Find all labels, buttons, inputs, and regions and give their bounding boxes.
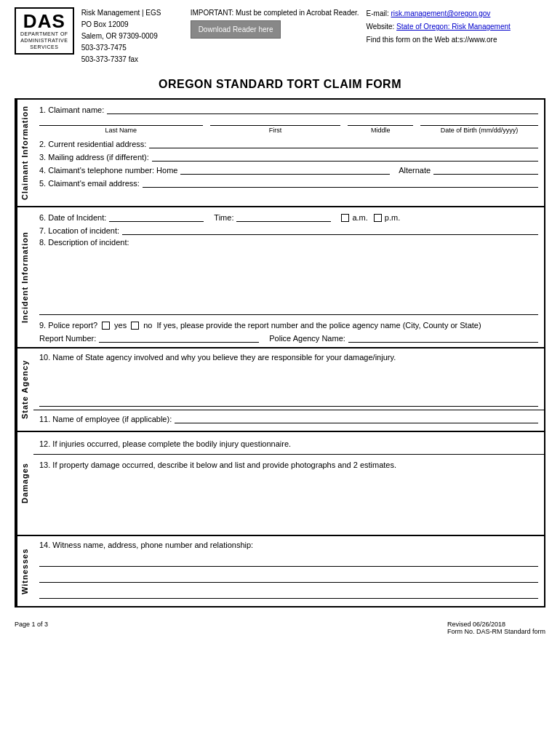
q6-ampm-group: a.m. p.m.	[341, 213, 400, 222]
q10-state-agency-field[interactable]	[39, 363, 538, 407]
page-number: Page 1 of 3	[15, 621, 48, 635]
q4-alternate-label: Alternate	[399, 166, 431, 175]
report-number-field[interactable]	[99, 332, 259, 343]
q6-pm-label: p.m.	[385, 213, 400, 222]
incident-section: Incident Information 6. Date of Incident…	[16, 207, 544, 348]
website-link[interactable]: State of Oregon: Risk Management	[396, 23, 511, 31]
q6-am-checkbox[interactable]	[341, 214, 349, 222]
email-label: E-mail:	[367, 9, 389, 17]
q6-date-field[interactable]	[109, 212, 204, 222]
revised-date: Revised 06/26/2018	[447, 621, 545, 628]
middle-name-col: Middle	[348, 117, 413, 134]
q9-row: 9. Police report? yes no If yes, please …	[39, 321, 538, 330]
q2-address-field[interactable]	[149, 138, 538, 148]
download-reader-button[interactable]: Download Reader here	[191, 20, 281, 39]
page-footer: Page 1 of 3 Revised 06/26/2018 Form No. …	[0, 613, 560, 642]
police-agency-label: Police Agency Name:	[269, 334, 345, 343]
claimant-section: Claimant Information 1. Claimant name: L…	[16, 100, 544, 207]
q4-alternate-phone-field[interactable]	[433, 164, 538, 175]
das-letters: DAS	[20, 12, 68, 31]
state-agency-content: 10. Name of State agency involved and wh…	[33, 348, 544, 431]
last-name-field[interactable]	[39, 117, 203, 126]
q11-employee-field[interactable]	[175, 413, 538, 423]
q9-text: If yes, please provide the report number…	[156, 321, 481, 330]
q9-yes-checkbox[interactable]	[102, 322, 110, 330]
q3-label: 3. Mailing address (if different):	[39, 153, 149, 162]
q3-row: 3. Mailing address (if different):	[39, 151, 538, 162]
header-address-block: Risk Management | EGS PO Box 12009 Salem…	[81, 7, 183, 65]
last-name-label: Last Name	[105, 127, 137, 134]
address-line2: PO Box 12009	[81, 19, 183, 31]
q6-time-label: Time:	[214, 213, 233, 222]
q7-location-field[interactable]	[122, 225, 538, 235]
q13-row: 13. If property damage occurred, describ…	[39, 458, 538, 530]
q9-label: 9. Police report?	[39, 321, 97, 330]
q8-row: 8. Description of incident:	[39, 238, 538, 315]
q4-home-phone-field[interactable]	[180, 164, 390, 175]
q12-q13-divider	[33, 454, 544, 455]
q4-row: 4. Claimant's telephone number: Home Alt…	[39, 164, 538, 175]
q8-label: 8. Description of incident:	[39, 238, 538, 247]
witnesses-content: 14. Witness name, address, phone number …	[33, 536, 544, 606]
q1-claimant-name-field[interactable]	[107, 104, 538, 114]
important-text: IMPORTANT: Must be completed in Acrobat …	[191, 7, 359, 18]
form-title: OREGON STANDARD TORT CLAIM FORM	[0, 69, 560, 98]
last-name-col: Last Name	[39, 117, 203, 134]
q10-row: 10. Name of State agency involved and wh…	[39, 353, 538, 407]
witnesses-section-label: Witnesses	[16, 536, 33, 606]
contact-block: E-mail: risk.management@oregon.gov Websi…	[367, 7, 545, 47]
first-name-label: First	[269, 127, 282, 134]
q12-label: 12. If injuries occurred, please complet…	[39, 439, 291, 448]
q8-description-field[interactable]	[39, 250, 538, 315]
q3-mailing-field[interactable]	[152, 151, 538, 162]
q12-row: 12. If injuries occurred, please complet…	[39, 437, 538, 451]
state-agency-section-label: State Agency	[16, 348, 33, 431]
address-phone1: 503-373-7475	[81, 42, 183, 54]
q9-yes-label: yes	[114, 321, 127, 330]
q13-label: 13. If property damage occurred, describ…	[39, 461, 538, 469]
dept-line3: SERVICES	[20, 44, 68, 50]
q5-email-field[interactable]	[143, 178, 538, 188]
damages-content: 12. If injuries occurred, please complet…	[33, 432, 544, 535]
website-line: Website: State of Oregon: Risk Managemen…	[367, 20, 545, 33]
middle-name-label: Middle	[371, 127, 391, 134]
q13-damages-field[interactable]	[39, 469, 538, 527]
name-sublabels-row: Last Name First Middle Date of Birth (mm…	[39, 117, 538, 134]
damages-section-label: Damages	[16, 432, 33, 535]
first-name-col: First	[210, 117, 341, 134]
find-form-text: Find this form on the Web at:s://www.ore	[367, 33, 545, 47]
q7-row: 7. Location of incident:	[39, 225, 538, 235]
middle-name-field[interactable]	[348, 117, 413, 126]
q9-no-checkbox[interactable]	[131, 322, 139, 330]
first-name-field[interactable]	[210, 117, 341, 126]
q5-label: 5. Claimant's email address:	[39, 179, 140, 188]
report-number-label: Report Number:	[39, 334, 96, 343]
important-block: IMPORTANT: Must be completed in Acrobat …	[191, 7, 359, 39]
q2-label: 2. Current residential address:	[39, 140, 146, 148]
q5-row: 5. Claimant's email address:	[39, 178, 538, 188]
witness-line-1[interactable]	[39, 554, 538, 567]
incident-content: 6. Date of Incident: Time: a.m. p.m. 7. …	[33, 207, 544, 347]
witness-line-3[interactable]	[39, 586, 538, 599]
form-number: Form No. DAS-RM Standard form	[447, 628, 545, 635]
email-link[interactable]: risk.management@oregon.gov	[391, 9, 490, 17]
dob-field[interactable]	[420, 117, 538, 126]
witnesses-section: Witnesses 14. Witness name, address, pho…	[16, 536, 544, 606]
q9-no-label: no	[143, 321, 152, 330]
q1-row: 1. Claimant name:	[39, 104, 538, 114]
claimant-content: 1. Claimant name: Last Name First Middle	[33, 100, 544, 206]
q11-divider	[33, 410, 544, 410]
witness-line-2[interactable]	[39, 570, 538, 583]
q10-label: 10. Name of State agency involved and wh…	[39, 353, 538, 362]
q6-label: 6. Date of Incident:	[39, 213, 106, 222]
q6-pm-checkbox[interactable]	[374, 214, 382, 222]
q11-row: 11. Name of employee (if applicable):	[39, 413, 538, 423]
address-line3: Salem, OR 97309-0009	[81, 31, 183, 42]
dept-line2: ADMINISTRATIVE	[20, 37, 68, 44]
q6-time-field[interactable]	[236, 212, 331, 222]
damages-section: Damages 12. If injuries occurred, please…	[16, 432, 544, 536]
dept-line1: DEPARTMENT OF	[20, 31, 68, 37]
form-container: Claimant Information 1. Claimant name: L…	[15, 98, 545, 607]
police-agency-field[interactable]	[348, 332, 538, 343]
page-header: DAS DEPARTMENT OF ADMINISTRATIVE SERVICE…	[0, 0, 560, 69]
